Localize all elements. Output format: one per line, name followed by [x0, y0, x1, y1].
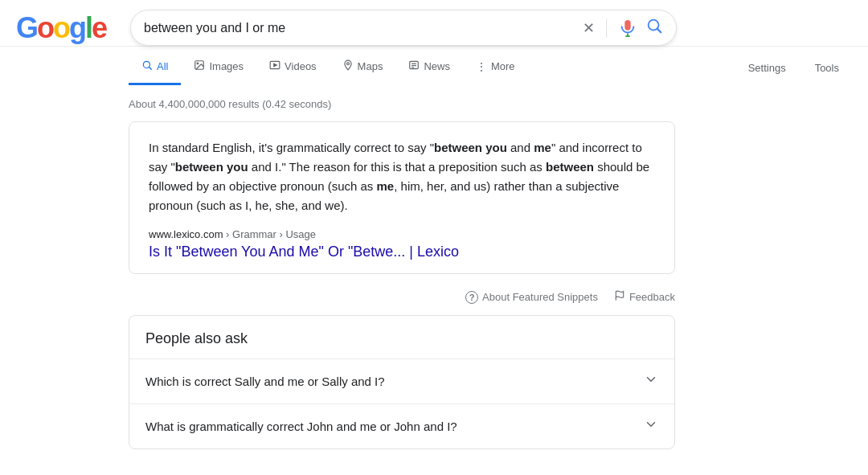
svg-marker-9 — [274, 63, 277, 67]
tab-all[interactable]: All — [129, 50, 181, 85]
paa-item-1[interactable]: Which is correct Sally and me or Sally a… — [129, 358, 674, 403]
tab-images[interactable]: Images — [181, 50, 256, 85]
logo-letter-g2: g — [69, 11, 85, 44]
people-also-ask-section: People also ask Which is correct Sally a… — [129, 315, 675, 449]
mic-icon[interactable] — [618, 18, 637, 38]
search-submit-icon[interactable] — [645, 17, 663, 39]
tab-more[interactable]: ⋮ More — [463, 51, 528, 85]
snippet-body: In standard English, it's grammatically … — [149, 138, 655, 215]
search-input[interactable] — [144, 21, 583, 35]
svg-line-5 — [149, 67, 151, 69]
tab-more-label: More — [491, 60, 515, 72]
results-area: About 4,400,000,000 results (0.42 second… — [0, 85, 691, 449]
news-icon — [408, 59, 420, 73]
logo-letter-l: l — [85, 11, 92, 44]
nav-tabs: All Images Videos Maps News ⋮ More Setti… — [0, 50, 868, 85]
tab-news-label: News — [424, 60, 450, 72]
about-featured-snippets[interactable]: ? About Featured Snippets — [465, 290, 598, 304]
snippet-domain: www.lexico.com — [149, 228, 223, 240]
featured-snippet: In standard English, it's grammatically … — [129, 121, 675, 274]
paa-title: People also ask — [129, 316, 674, 358]
flag-icon — [614, 290, 625, 304]
search-divider — [606, 18, 607, 38]
paa-question-2: What is grammatically correct John and m… — [145, 420, 457, 433]
tab-videos-label: Videos — [285, 60, 317, 72]
paa-item-2[interactable]: What is grammatically correct John and m… — [129, 403, 674, 448]
paa-chevron-1 — [644, 372, 658, 391]
all-icon — [141, 59, 153, 73]
search-icons: ✕ — [583, 17, 663, 39]
svg-point-7 — [198, 63, 199, 64]
snippet-footer: ? About Featured Snippets Feedback — [129, 282, 675, 304]
tab-all-label: All — [157, 60, 168, 72]
settings-link[interactable]: Settings — [735, 52, 799, 84]
tab-maps-label: Maps — [358, 60, 383, 72]
paa-question-1: Which is correct Sally and me or Sally a… — [145, 375, 385, 388]
maps-icon — [342, 59, 354, 73]
tools-link[interactable]: Tools — [802, 52, 852, 84]
google-logo[interactable]: Google — [16, 14, 106, 43]
logo-letter-o1: o — [37, 11, 53, 44]
images-icon — [194, 59, 205, 73]
results-count: About 4,400,000,000 results (0.42 second… — [129, 92, 675, 121]
clear-icon[interactable]: ✕ — [583, 21, 595, 35]
nav-right: Settings Tools — [735, 52, 852, 84]
snippet-link[interactable]: Is It "Between You And Me" Or "Betwe... … — [149, 244, 459, 260]
tab-news[interactable]: News — [395, 50, 463, 85]
logo-letter-o2: o — [53, 11, 69, 44]
more-dots-icon: ⋮ — [476, 60, 487, 73]
paa-chevron-2 — [644, 417, 658, 436]
svg-point-10 — [346, 63, 349, 65]
snippet-source: www.lexico.com › Grammar › Usage — [149, 228, 655, 240]
feedback-button[interactable]: Feedback — [614, 290, 675, 304]
tab-maps[interactable]: Maps — [330, 50, 396, 85]
snippet-path: › Grammar › Usage — [226, 228, 316, 240]
search-bar[interactable]: ✕ — [130, 10, 677, 46]
logo-letter-g: G — [16, 11, 37, 44]
header: Google ✕ — [0, 0, 868, 47]
videos-icon — [269, 59, 280, 73]
tab-videos[interactable]: Videos — [256, 50, 330, 85]
tab-images-label: Images — [209, 60, 244, 72]
feedback-label: Feedback — [629, 291, 675, 303]
svg-line-3 — [657, 29, 661, 33]
logo-letter-e: e — [92, 11, 106, 44]
question-icon: ? — [465, 291, 478, 304]
about-snippets-label: About Featured Snippets — [482, 291, 598, 303]
